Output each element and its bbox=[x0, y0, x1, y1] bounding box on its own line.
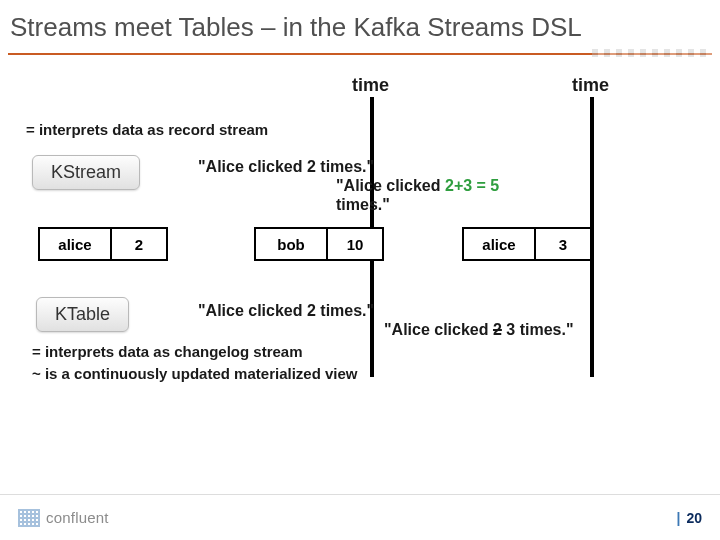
kstream-interpret-note: = interprets data as record stream bbox=[26, 121, 268, 138]
kstream-badge: KStream bbox=[32, 155, 140, 190]
ktable-speech-2b: 3 times." bbox=[502, 321, 574, 338]
ktable-badge-label: KTable bbox=[36, 297, 129, 332]
kstream-speech-2b: times." bbox=[336, 196, 390, 213]
slide-title: Streams meet Tables – in the Kafka Strea… bbox=[0, 0, 720, 51]
page-number-value: 20 bbox=[686, 510, 702, 526]
time-label-1: time bbox=[352, 75, 389, 96]
ktable-speech-2: "Alice clicked 2 3 times." bbox=[384, 301, 644, 339]
ktable-interpret-1: = interprets data as changelog stream bbox=[32, 343, 303, 360]
brand-logo-text: confluent bbox=[46, 509, 109, 526]
record-1-key: alice bbox=[40, 229, 112, 259]
time-label-2: time bbox=[572, 75, 609, 96]
footer: confluent |20 bbox=[0, 494, 720, 540]
kstream-speech-2: "Alice clicked 2+3 = 5 times." bbox=[336, 157, 586, 215]
brand-logo: confluent bbox=[18, 509, 109, 527]
kstream-speech-2-math: 2+3 = 5 bbox=[445, 177, 499, 194]
divider bbox=[0, 51, 720, 61]
record-3-val: 3 bbox=[536, 229, 590, 259]
brand-logo-mark bbox=[18, 509, 40, 527]
page-number-bar: | bbox=[677, 510, 681, 526]
page-number: |20 bbox=[677, 510, 703, 526]
content-area: time time = interprets data as record st… bbox=[0, 61, 720, 491]
record-3-key: alice bbox=[464, 229, 536, 259]
ktable-interpret-2: ~ is a continuously updated materialized… bbox=[32, 365, 358, 382]
ktable-speech-2-strike: 2 bbox=[493, 321, 502, 338]
ktable-speech-2a: "Alice clicked bbox=[384, 321, 493, 338]
ktable-badge: KTable bbox=[36, 297, 129, 332]
record-2-key: bob bbox=[256, 229, 328, 259]
record-1: alice 2 bbox=[38, 227, 168, 261]
record-2: bob 10 bbox=[254, 227, 384, 261]
record-1-val: 2 bbox=[112, 229, 166, 259]
kstream-speech-2a: "Alice clicked bbox=[336, 177, 445, 194]
ktable-speech-1: "Alice clicked 2 times." bbox=[198, 301, 408, 320]
kstream-badge-label: KStream bbox=[32, 155, 140, 190]
record-2-val: 10 bbox=[328, 229, 382, 259]
record-3: alice 3 bbox=[462, 227, 592, 261]
